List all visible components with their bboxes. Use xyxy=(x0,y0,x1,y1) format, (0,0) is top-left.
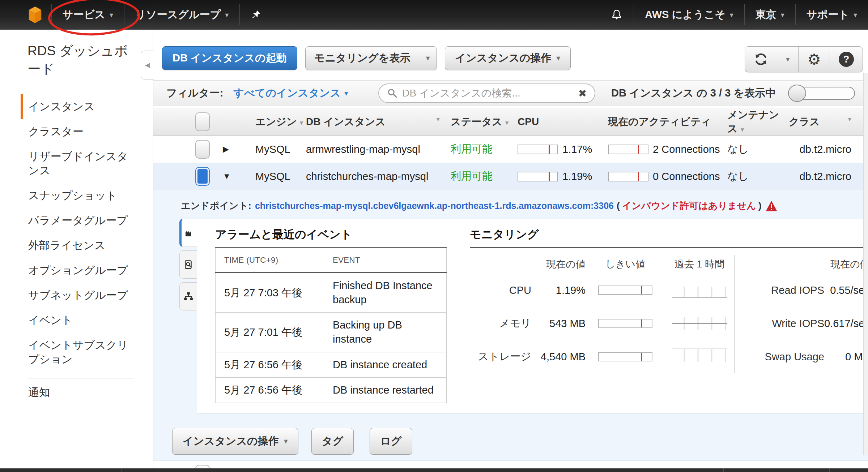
table-header: エンジン▾ DB インスタンス▾ ステータス▾ CPU 現在のアクティビティ メ… xyxy=(153,108,868,136)
sparkline-chart[interactable] xyxy=(665,309,734,338)
inbound-warning-text: インバウンド許可はありません xyxy=(622,199,756,212)
row-checkbox[interactable] xyxy=(195,465,210,468)
metric-row-memory: メモリ 543 MB xyxy=(470,307,734,340)
detail-instance-actions-label: インスタンスの操作 xyxy=(183,434,279,449)
sidebar-item-snapshots[interactable]: スナップショット xyxy=(21,183,133,208)
settings-button[interactable]: ⚙ xyxy=(798,47,830,72)
sidebar-item-instances[interactable]: インスタンス xyxy=(21,94,133,119)
metric-value: 543 MB xyxy=(531,318,586,330)
chevron-down-icon[interactable]: ▾ xyxy=(419,47,436,70)
search-input[interactable] xyxy=(402,87,578,99)
nav-account-menu[interactable]: AWS にようこそ ▾ xyxy=(634,0,744,30)
logs-label: ログ xyxy=(380,434,401,449)
chevron-down-icon: ▾ xyxy=(344,89,348,98)
metric-row-cpu: CPU 1.19% xyxy=(470,274,734,307)
sparkline-chart[interactable] xyxy=(665,276,734,305)
sidebar-item-subnet-groups[interactable]: サブネットグループ xyxy=(21,283,133,308)
cpu-value: 1.19% xyxy=(562,171,592,183)
row-checkbox[interactable] xyxy=(195,167,210,186)
metric-label: Write IOPS xyxy=(748,318,824,330)
filter-scope-dropdown[interactable]: すべてのインスタンス ▾ xyxy=(233,86,348,100)
events-table: TIME (UTC+9) EVENT 5月 27 7:03 午後 Finishe… xyxy=(215,247,447,403)
metric-value: 0.55/sec xyxy=(824,284,868,296)
sidebar-item-notifications[interactable]: 通知 xyxy=(21,380,133,405)
area-chart-icon xyxy=(184,227,195,238)
logs-button[interactable]: ログ xyxy=(370,428,412,455)
aws-logo-icon[interactable] xyxy=(27,6,43,24)
table-row[interactable]: ▶ MySQL mydbinstance 利用可能 1.17% 0 Connec… xyxy=(153,461,868,468)
nav-services[interactable]: サービス ▾ xyxy=(52,0,124,30)
preview-magnifier-icon xyxy=(183,259,194,270)
event-time: 5月 27 7:01 午後 xyxy=(216,313,324,352)
col-header-class[interactable]: クラス▾ xyxy=(789,115,868,129)
cell-class: db.t2.micro xyxy=(789,171,868,183)
clear-search-icon[interactable]: ✖ xyxy=(578,87,587,99)
table-row[interactable]: ▼ MySQL christchurches-map-mysql 利用可能 1.… xyxy=(153,163,868,190)
sidebar-item-events[interactable]: イベント xyxy=(21,308,133,332)
collapse-row-icon[interactable]: ▼ xyxy=(223,172,248,181)
col-header-db-instance[interactable]: DB インスタンス▾ xyxy=(306,115,451,129)
help-button[interactable]: ? xyxy=(830,47,863,72)
metric-row-write-iops: Write IOPS 0.617/sec xyxy=(748,307,868,340)
table-row[interactable]: ▶ MySQL armwrestling-map-mysql 利用可能 1.17… xyxy=(153,136,868,163)
page-slider-knob[interactable] xyxy=(788,85,806,102)
endpoint-link[interactable]: christchurches-map-mysql.cbev6lgaewnk.ap… xyxy=(255,201,614,211)
event-time: 5月 27 6:56 午後 xyxy=(216,377,324,403)
filter-label: フィルター: xyxy=(166,86,223,100)
col-header-status[interactable]: ステータス▾ xyxy=(451,115,510,129)
vertical-scrollbar[interactable] xyxy=(863,73,868,455)
detail-instance-actions-button[interactable]: インスタンスの操作 ▾ xyxy=(172,428,298,455)
events-title: アラームと最近のイベント xyxy=(215,227,454,242)
pin-icon[interactable] xyxy=(240,0,272,30)
launch-db-instance-button[interactable]: DB インスタンスの起動 xyxy=(162,46,297,70)
select-all-checkbox[interactable] xyxy=(195,112,210,131)
main-content: DB インスタンスの起動 モニタリングを表示 ▾ インスタンスの操作 ▾ xyxy=(153,30,868,468)
threshold-bar xyxy=(598,352,652,361)
sparkline-chart[interactable] xyxy=(665,342,734,371)
notifications-bell-icon[interactable] xyxy=(600,0,634,30)
tags-button[interactable]: タグ xyxy=(311,428,354,455)
nav-resource-groups[interactable]: リソースグループ ▾ xyxy=(124,0,239,30)
event-time: 5月 27 6:56 午後 xyxy=(216,352,324,377)
tab-topology[interactable] xyxy=(179,282,197,310)
row-checkbox[interactable] xyxy=(195,140,210,159)
toolbar-icon-group: ▾ ⚙ ? xyxy=(745,46,863,72)
cell-activity: 2 Connections xyxy=(608,143,727,155)
metric-value: 1.19% xyxy=(531,284,586,296)
refresh-options-button[interactable]: ▾ xyxy=(777,47,798,72)
sort-chevron-icon: ▾ xyxy=(300,119,303,126)
instance-actions-button[interactable]: インスタンスの操作 ▾ xyxy=(445,46,571,70)
chevron-down-icon: ▾ xyxy=(781,10,784,19)
sidebar-divider xyxy=(27,378,134,378)
page-slider[interactable] xyxy=(788,87,855,100)
col-header-activity[interactable]: 現在のアクティビティ xyxy=(608,115,727,129)
show-monitoring-button[interactable]: モニタリングを表示 ▾ xyxy=(305,46,437,70)
detail-tab-strip xyxy=(179,219,197,413)
nav-region-menu[interactable]: 東京 ▾ xyxy=(745,0,795,30)
refresh-button[interactable] xyxy=(745,47,777,72)
metric-row-swap-usage: Swap Usage 0 MB xyxy=(748,340,868,373)
col-header-maintenance[interactable]: メンテナンス▾ xyxy=(727,108,789,136)
sidebar-collapse-button[interactable]: ◀ xyxy=(141,51,154,80)
collapse-left-icon: ◀ xyxy=(145,61,150,69)
sort-chevron-icon: ▾ xyxy=(505,119,509,126)
col-header-cpu[interactable]: CPU xyxy=(510,116,608,128)
cpu-value: 1.17% xyxy=(562,143,592,155)
sidebar-item-external-licenses[interactable]: 外部ライセンス xyxy=(21,233,133,258)
tab-preview[interactable] xyxy=(179,250,197,279)
expand-row-icon[interactable]: ▶ xyxy=(223,145,248,154)
sidebar-item-reserved-instances[interactable]: リザーブドインスタンス xyxy=(21,144,133,183)
sidebar-item-option-groups[interactable]: オプショングループ xyxy=(21,258,133,283)
sidebar-item-event-subscriptions[interactable]: イベントサブスクリプション xyxy=(21,332,133,372)
cell-engine: MySQL xyxy=(248,171,306,183)
col-header-engine[interactable]: エンジン▾ xyxy=(248,115,306,129)
metric-value: 0.617/sec xyxy=(824,318,868,330)
sidebar-item-clusters[interactable]: クラスター xyxy=(21,119,133,144)
results-count: DB インスタンス の 3 / 3 を表示中 xyxy=(611,86,776,100)
sidebar-item-parameter-groups[interactable]: パラメータグループ xyxy=(21,208,133,233)
nav-support-menu[interactable]: サポート ▾ xyxy=(796,0,868,30)
tab-alarms-events[interactable] xyxy=(179,219,197,247)
metric-value: 4,540 MB xyxy=(531,351,586,363)
cell-maintenance: なし xyxy=(727,169,789,184)
metric-label: CPU xyxy=(470,284,531,296)
